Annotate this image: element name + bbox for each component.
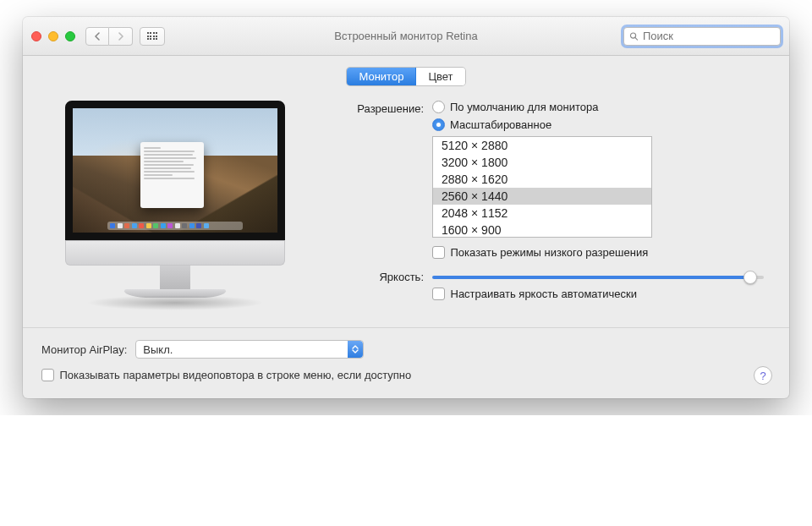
brightness-slider[interactable] [432, 276, 764, 279]
grid-icon [147, 32, 158, 40]
minimize-icon[interactable] [48, 31, 58, 41]
resolution-radios: По умолчанию для монитора Масштабированн… [432, 101, 764, 131]
imac-chin [65, 240, 285, 266]
show-low-res-checkbox[interactable]: Показать режимы низкого разрешения [432, 246, 764, 259]
bottom-panel: Монитор AirPlay: Выкл. Показывать параме… [23, 327, 789, 398]
resolution-option[interactable]: 2880 × 1620 [433, 171, 651, 188]
mirroring-checkbox[interactable]: Показывать параметры видеоповтора в стро… [41, 369, 771, 381]
radio-icon [432, 101, 445, 113]
radio-label: По умолчанию для монитора [450, 101, 598, 113]
airplay-label: Монитор AirPlay: [41, 343, 127, 356]
resolution-radio-scaled[interactable]: Масштабированное [432, 118, 764, 131]
checkbox-label: Показывать параметры видеоповтора в стро… [60, 369, 412, 381]
airplay-select[interactable]: Выкл. [135, 340, 364, 359]
help-button[interactable]: ? [754, 366, 772, 385]
checkbox-label: Показать режимы низкого разрешения [451, 246, 649, 259]
preferences-window: Встроенный монитор Retina Монитор Цвет [23, 17, 789, 398]
titlebar: Встроенный монитор Retina [23, 17, 789, 56]
resolution-option[interactable]: 3200 × 1800 [433, 154, 651, 171]
imac-screen [65, 101, 285, 240]
resolution-option[interactable]: 5120 × 2880 [433, 137, 651, 154]
checkbox-icon [41, 369, 54, 381]
forward-button[interactable] [109, 27, 133, 46]
display-preview [48, 101, 302, 310]
window-controls [31, 31, 75, 41]
show-all-button[interactable] [140, 27, 165, 46]
auto-brightness-checkbox[interactable]: Настраивать яркость автоматически [432, 288, 764, 300]
close-icon[interactable] [31, 31, 41, 41]
resolution-option[interactable]: 1600 × 900 [433, 222, 651, 238]
radio-icon [432, 118, 445, 131]
resolution-label: Разрешение: [331, 101, 432, 259]
resolution-list[interactable]: 5120 × 2880 3200 × 1800 2880 × 1620 2560… [432, 136, 652, 238]
settings-form: Разрешение: По умолчанию для монитора Ма… [331, 101, 764, 310]
tab-bar: Монитор Цвет [23, 56, 789, 101]
search-field[interactable] [623, 27, 781, 46]
imac-shadow [86, 295, 264, 310]
zoom-icon[interactable] [65, 31, 75, 41]
svg-line-1 [635, 37, 638, 40]
checkbox-icon [432, 288, 445, 300]
nav-buttons [85, 27, 133, 46]
resolution-option-selected[interactable]: 2560 × 1440 [433, 188, 651, 205]
imac-stand-neck [160, 266, 190, 289]
dock [107, 222, 243, 230]
help-icon: ? [760, 370, 765, 382]
content-area: Разрешение: По умолчанию для монитора Ма… [23, 101, 789, 327]
chevron-right-icon [118, 32, 124, 41]
slider-thumb[interactable] [743, 271, 757, 284]
checkbox-icon [432, 246, 445, 259]
search-icon [629, 31, 639, 41]
select-stepper-icon [348, 341, 363, 358]
segmented-control: Монитор Цвет [347, 68, 464, 85]
resolution-option[interactable]: 2048 × 1152 [433, 205, 651, 222]
airplay-row: Монитор AirPlay: Выкл. [41, 340, 771, 359]
brightness-label: Яркость: [331, 269, 432, 300]
preview-app-window [140, 142, 204, 208]
search-input[interactable] [643, 30, 775, 42]
airplay-value: Выкл. [143, 343, 173, 356]
back-button[interactable] [85, 27, 109, 46]
tab-display[interactable]: Монитор [347, 68, 416, 85]
chevron-left-icon [94, 32, 101, 41]
tab-color[interactable]: Цвет [416, 68, 464, 85]
resolution-radio-default[interactable]: По умолчанию для монитора [432, 101, 764, 113]
checkbox-label: Настраивать яркость автоматически [451, 288, 637, 300]
radio-label: Масштабированное [450, 118, 551, 131]
